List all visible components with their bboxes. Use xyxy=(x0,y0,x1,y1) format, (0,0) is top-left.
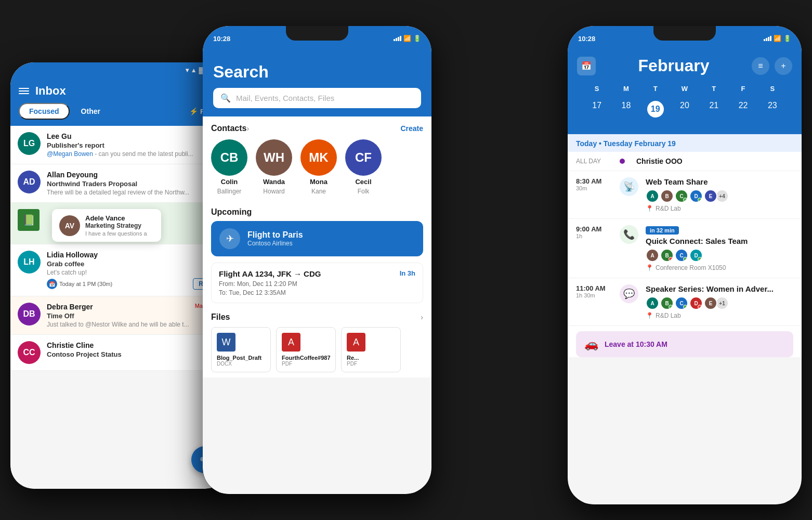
battery-icon-middle: 🔋 xyxy=(413,35,421,42)
tab-focused[interactable]: Focused xyxy=(19,103,70,120)
file-card-coffee[interactable]: A FourthCoffee#987 PDF xyxy=(276,327,336,372)
avatar: DB xyxy=(18,303,41,326)
event-web-team[interactable]: 8:30 AM 30m 📡 Web Team Share A B xyxy=(568,171,802,219)
search-body: Contacts › Create CB Colin Ballinger WH … xyxy=(203,116,431,378)
inbox-header: Inbox Focused Other ⚡ Filters xyxy=(10,78,229,126)
status-bar-left: ▾ ▲ ▓ 10:28 xyxy=(10,62,229,78)
car-icon: 🚗 xyxy=(584,337,598,351)
notch-right xyxy=(653,26,716,41)
tab-other[interactable]: Other xyxy=(72,103,110,120)
email-item[interactable]: CC Christie Cline Contoso Project Status xyxy=(10,335,229,371)
flight-route: Flight AA 1234, JFK → CDG xyxy=(219,269,321,278)
attendee-avatar: B xyxy=(660,296,674,310)
menu-icon[interactable] xyxy=(19,88,29,94)
leave-banner[interactable]: 🚗 Leave at 10:30 AM xyxy=(576,331,793,357)
attendee-avatar: B xyxy=(660,249,674,262)
search-input[interactable]: Mail, Events, Contacts, Files xyxy=(236,94,334,102)
flight-time-label: In 3h xyxy=(400,269,415,277)
attendees-row-2: A B C xyxy=(646,249,793,262)
allday-event[interactable]: ALL DAY Christie OOO xyxy=(568,152,802,171)
today-label: Today • Tuesday February 19 xyxy=(568,134,802,152)
contact-item-wanda[interactable]: WH Wanda Howard xyxy=(256,139,292,195)
avatar: LH xyxy=(18,251,41,274)
files-section: Files › W Blog_Post_Draft DOCX A FourthC… xyxy=(203,307,431,378)
pdf-icon: A xyxy=(282,333,300,352)
date-17[interactable]: 17 xyxy=(582,98,611,121)
email-item[interactable]: LG Lee Gu Mar 23 Publisher's report @Meg… xyxy=(10,126,229,164)
avatar: AD xyxy=(18,171,41,193)
contact-item-cecil[interactable]: CF Cecil Folk xyxy=(345,139,382,195)
list-view-button[interactable]: ≡ xyxy=(752,57,769,75)
wifi-icon-middle: 📶 xyxy=(403,35,411,42)
chevron-right-icon: › xyxy=(246,124,249,133)
avatar: LG xyxy=(18,132,41,155)
wifi-icon: ▾ xyxy=(186,67,189,74)
word-icon: W xyxy=(217,333,235,352)
signal-bars xyxy=(394,36,401,41)
wifi-icon-right: 📶 xyxy=(774,35,781,42)
date-23[interactable]: 23 xyxy=(758,98,787,121)
date-22[interactable]: 22 xyxy=(728,98,757,121)
event-icon-phone: 📞 xyxy=(620,225,638,244)
date-19[interactable]: 19 xyxy=(641,98,670,121)
avatar: CC xyxy=(18,341,41,364)
upcoming-section-title: Upcoming xyxy=(203,202,431,221)
inbox-title: Inbox xyxy=(35,84,66,98)
contact-item-mona[interactable]: MK Mona Kane xyxy=(300,139,337,195)
flight-icon: ✈ xyxy=(219,228,240,249)
files-section-title: Files xyxy=(211,313,230,322)
email-item[interactable]: LH Lidia Holloway Mar 23 Grab coffee Let… xyxy=(10,244,229,296)
email-item[interactable]: DB Debra Berger Mar 23 🚩 Time Off Just t… xyxy=(10,296,229,335)
search-title: Search xyxy=(213,62,421,82)
contacts-row: CB Colin Ballinger WH Wanda Howard MK Mo… xyxy=(203,137,431,202)
avatar: AV xyxy=(59,215,80,236)
search-header: Search 🔍 Mail, Events, Contacts, Files xyxy=(203,47,431,116)
calendar-icon: 📅 xyxy=(47,279,57,289)
search-bar[interactable]: 🔍 Mail, Events, Contacts, Files xyxy=(213,88,421,108)
attendee-avatar: B xyxy=(660,189,674,203)
event-quick-connect[interactable]: 9:00 AM 1h 📞 in 32 min Quick Connect: Sa… xyxy=(568,219,802,278)
signal-bars-right xyxy=(764,36,771,41)
search-icon: 🔍 xyxy=(220,93,231,103)
attendee-avatar: C xyxy=(675,189,688,203)
phone-calendar: 10:28 📶 🔋 📅 February ≡ + S xyxy=(568,26,802,504)
date-21[interactable]: 21 xyxy=(699,98,728,121)
allday-dot xyxy=(620,159,625,164)
status-time-right: 10:28 xyxy=(578,35,595,43)
files-row: W Blog_Post_Draft DOCX A FourthCoffee#98… xyxy=(211,327,423,372)
attendee-avatar: D xyxy=(689,249,703,262)
attendees-row-3: A B C xyxy=(646,296,793,310)
attendee-avatar: A xyxy=(646,296,659,310)
location-icon-3: 📍 xyxy=(646,312,653,319)
event-icon-speaker: 💬 xyxy=(620,284,638,303)
add-event-button[interactable]: + xyxy=(775,57,792,75)
files-header: Files › xyxy=(211,313,423,322)
contact-item-colin[interactable]: CB Colin Ballinger xyxy=(211,139,247,195)
attendee-avatar: A xyxy=(646,189,659,203)
day-headers: S M T W T F S xyxy=(577,83,792,95)
flight-card[interactable]: ✈ Flight to Paris Contoso Airlines xyxy=(211,221,423,256)
event-speaker-series[interactable]: 11:00 AM 1h 30m 💬 Speaker Series: Women … xyxy=(568,278,802,326)
flight-detail-card[interactable]: Flight AA 1234, JFK → CDG In 3h From: Mo… xyxy=(211,263,423,303)
create-button[interactable]: Create xyxy=(400,124,423,133)
contact-avatar-mona: MK xyxy=(300,139,337,176)
files-chevron-icon: › xyxy=(421,313,423,321)
date-18[interactable]: 18 xyxy=(611,98,640,121)
file-card-re[interactable]: A Re... PDF xyxy=(341,327,401,372)
email-item[interactable]: 📗 AV Adele Vance Marketing Strategy I ha… xyxy=(10,203,229,244)
file-card-blog[interactable]: W Blog_Post_Draft DOCX xyxy=(211,327,271,372)
contact-avatar-colin: CB xyxy=(211,139,247,176)
date-20[interactable]: 20 xyxy=(670,98,699,121)
email-item[interactable]: AD Allan Deyoung Mar 23 Northwind Trader… xyxy=(10,164,229,203)
attendee-avatar: D xyxy=(689,189,703,203)
flight-title: Flight to Paris xyxy=(247,230,303,240)
flight-from: From: Mon, Dec 11 2:20 PM xyxy=(219,280,415,288)
book-icon: 📗 xyxy=(18,209,40,231)
flash-icon: ⚡ xyxy=(189,107,198,115)
notch xyxy=(286,26,348,41)
calendar-body: Today • Tuesday February 19 ALL DAY Chri… xyxy=(568,134,802,357)
leave-text: Leave at 10:30 AM xyxy=(605,340,667,348)
attendee-avatar: D xyxy=(689,296,703,310)
flight-subtitle: Contoso Airlines xyxy=(247,240,303,247)
location-icon: 📍 xyxy=(646,205,653,212)
